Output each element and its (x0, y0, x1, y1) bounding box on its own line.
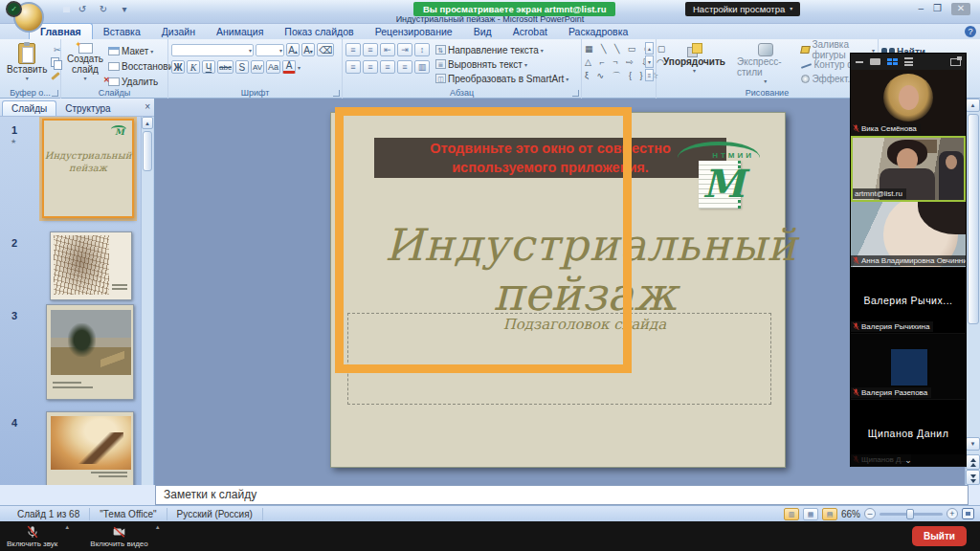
notes-pane[interactable]: Заметки к слайду (155, 485, 969, 505)
text-direction-button[interactable]: ⇅Направление текста▾ (435, 43, 568, 56)
close-button[interactable]: ✕ (951, 3, 970, 15)
tab-insert[interactable]: Вставка (93, 24, 151, 39)
slide-thumbnail-4[interactable] (46, 411, 134, 485)
start-video-button[interactable]: Включить видео (83, 521, 154, 551)
slideshow-button[interactable]: ▤ (822, 508, 837, 520)
scrollbar-thumb[interactable] (143, 131, 152, 171)
scroll-up-icon[interactable]: ▲ (966, 99, 980, 112)
dialog-launcher-icon[interactable] (52, 90, 58, 97)
italic-button[interactable]: К (187, 60, 200, 74)
normal-view-button[interactable]: ▥ (784, 508, 799, 520)
arrange-button[interactable]: Упорядочить ▾ (659, 41, 729, 86)
speaker-view-icon[interactable] (870, 58, 880, 65)
unmute-button[interactable]: Включить звук (0, 521, 64, 551)
video-tile[interactable]: Валерия Рычих... Валерия Рычихина (851, 268, 966, 334)
line-spacing-button[interactable]: ↕ (414, 43, 430, 56)
language-indicator[interactable]: Русский (Россия) (167, 508, 263, 520)
gallery-view-icon[interactable] (887, 58, 898, 65)
undo-button[interactable]: ↺ (75, 3, 90, 16)
tab-acrobat[interactable]: Acrobat (502, 24, 558, 39)
video-tile-active-speaker[interactable]: artmnt@list.ru (851, 136, 966, 202)
shapes-row-1[interactable]: ▦ ╲ ╲ ▭ ○ ▢ (585, 43, 653, 55)
grid-view-icon[interactable] (904, 57, 913, 66)
leave-button[interactable]: Выйти (912, 526, 967, 546)
bold-button[interactable]: Ж (171, 60, 185, 74)
theme-name[interactable]: "Тема Office" (90, 508, 167, 520)
justify-button[interactable]: ≡ (397, 60, 412, 74)
align-center-button[interactable]: ≡ (363, 60, 378, 74)
restore-button[interactable]: ❐ (933, 3, 942, 15)
scroll-down-icon[interactable]: ▼ (966, 437, 980, 451)
tab-slideshow[interactable]: Показ слайдов (274, 24, 364, 39)
tab-slides-thumbnails[interactable]: Слайды (2, 100, 56, 116)
zoom-slider-thumb[interactable] (906, 509, 914, 519)
slides-pane-scrollbar[interactable]: ▲ (141, 117, 153, 485)
video-tile[interactable]: Щипанов Данил Щипанов Д... ⌄ (851, 400, 966, 467)
tab-animation[interactable]: Анимация (206, 24, 274, 39)
grow-font-button[interactable]: A▴ (286, 43, 300, 56)
dialog-launcher-icon[interactable] (572, 90, 579, 97)
video-tile[interactable]: Анна Владимировна Овчинник... (851, 202, 966, 268)
scroll-up-icon[interactable]: ▲ (142, 117, 153, 129)
zoom-view-settings-button[interactable]: Настройки просмотра ▾ (685, 2, 800, 16)
format-painter-button[interactable] (52, 72, 61, 80)
decrease-indent-button[interactable]: ⇤ (380, 43, 395, 56)
numbering-button[interactable]: ≡ (363, 43, 378, 56)
slide-sorter-button[interactable]: ▦ (803, 508, 818, 520)
video-tile[interactable]: Вика Семёнова (851, 70, 966, 136)
slide-thumbnail-1[interactable]: М Индустриальный пейзаж (42, 119, 134, 218)
popout-icon[interactable] (950, 58, 961, 66)
tab-view[interactable]: Вид (463, 24, 502, 39)
shrink-font-button[interactable]: A▾ (301, 43, 315, 56)
help-icon[interactable]: ? (965, 26, 976, 37)
shapes-scroll-up-icon[interactable]: ▴ (645, 42, 654, 55)
next-slide-button[interactable] (966, 470, 980, 485)
char-spacing-button[interactable]: AV (251, 60, 264, 74)
minimize-strip-icon[interactable] (856, 61, 863, 63)
redo-button[interactable]: ↻ (96, 3, 111, 16)
increase-indent-button[interactable]: ⇥ (397, 43, 412, 56)
tab-review[interactable]: Рецензирование (365, 24, 463, 39)
font-size-combobox[interactable]: ▾ (256, 44, 284, 56)
pane-close-icon[interactable]: × (145, 101, 150, 112)
bullets-button[interactable]: ≡ (345, 43, 361, 56)
zoom-out-button[interactable]: – (864, 508, 876, 519)
slide-thumbnail-2[interactable] (50, 231, 132, 300)
font-color-button[interactable]: A (282, 60, 296, 74)
quick-styles-button[interactable]: Экспресс-стили ▾ (733, 41, 797, 86)
align-right-button[interactable]: ≡ (380, 60, 395, 74)
font-color-dropdown-icon[interactable]: ▾ (298, 64, 301, 71)
strikethrough-button[interactable]: abc (217, 60, 234, 74)
zoom-level[interactable]: 66% (841, 509, 860, 519)
qat-dropdown-icon[interactable]: ▾ (117, 3, 132, 16)
shapes-row-3[interactable]: ξ ∿ ⌒ { } ☆ (585, 70, 653, 82)
shapes-scroll-down-icon[interactable]: ▾ (645, 55, 654, 68)
editor-scrollbar[interactable]: ▲ ▼ (965, 99, 980, 485)
font-name-combobox[interactable]: ▾ (171, 44, 254, 56)
scrollbar-thumb[interactable] (968, 114, 979, 324)
previous-slide-button[interactable] (966, 454, 980, 470)
paste-button[interactable]: Вставить ▾ (3, 41, 51, 83)
columns-button[interactable]: ▥ (414, 60, 430, 74)
audio-options-icon[interactable]: ▲ (64, 524, 70, 530)
dialog-launcher-icon[interactable] (333, 90, 340, 97)
shapes-more-icon[interactable]: ≡ (645, 69, 654, 81)
shapes-row-2[interactable]: △ ⌐ ¬ ⇨ ⇩ ◠ (585, 56, 653, 69)
change-case-button[interactable]: Aa (266, 60, 280, 74)
save-button[interactable] (54, 3, 69, 16)
video-options-icon[interactable]: ▲ (155, 524, 161, 530)
clear-formatting-button[interactable]: ⌫ (317, 43, 334, 56)
video-tile[interactable]: Валерия Разепова (851, 334, 966, 400)
tab-design[interactable]: Дизайн (151, 24, 206, 39)
text-shadow-button[interactable]: S (235, 60, 249, 74)
fit-to-window-button[interactable] (962, 508, 974, 519)
minimize-button[interactable]: – (918, 3, 924, 15)
tab-storyboard[interactable]: Раскадровка (558, 24, 638, 39)
underline-button[interactable]: Ч (202, 60, 215, 74)
zoom-slider[interactable] (880, 513, 943, 516)
tab-outline[interactable]: Структура (56, 101, 119, 116)
align-text-button[interactable]: ≣Выровнять текст▾ (435, 57, 568, 71)
zoom-in-button[interactable]: + (947, 508, 958, 519)
smartart-button[interactable]: ◫Преобразовать в SmartArt▾ (435, 72, 568, 85)
new-slide-button[interactable]: ✦ Создать слайд ▾ (64, 41, 106, 89)
